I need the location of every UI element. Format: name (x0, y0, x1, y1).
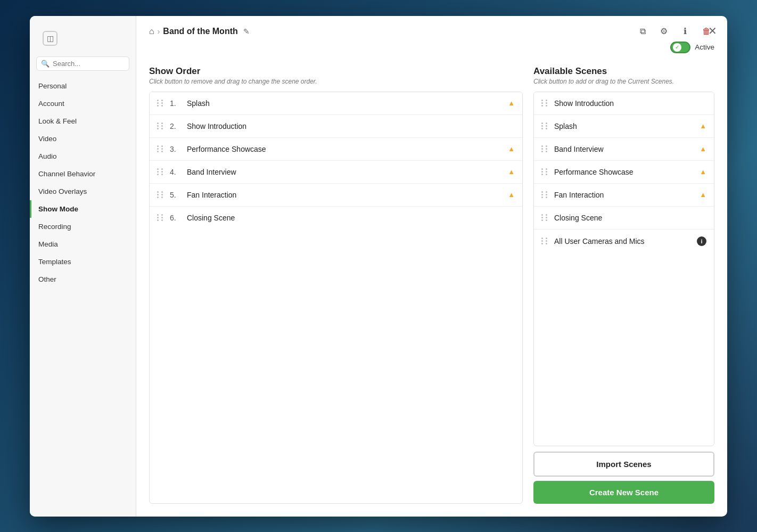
scene-number: 4. (170, 168, 182, 176)
available-scenes-subtitle: Click button to add or drag to the Curre… (533, 78, 714, 85)
copy-button[interactable]: ⧉ (635, 23, 651, 39)
scene-name: Splash (187, 99, 503, 108)
warning-icon: ▲ (508, 191, 515, 199)
available-scenes-column: Available Scenes Click button to add or … (533, 58, 714, 504)
drag-handle[interactable] (157, 145, 164, 152)
drag-handle[interactable] (541, 122, 549, 129)
warning-icon: ▲ (508, 145, 515, 153)
drag-handle[interactable] (157, 214, 164, 221)
sidebar-item-video-overlays[interactable]: Video Overlays (30, 183, 136, 200)
home-icon[interactable]: ⌂ (149, 27, 154, 36)
active-label: Active (695, 43, 714, 51)
table-row[interactable]: 5. Fan Interaction ▲ (150, 184, 522, 207)
available-scenes-list: Show Introduction Splash ▲ (533, 92, 714, 446)
available-scene-name: Fan Interaction (554, 191, 694, 199)
breadcrumb-title: Band of the Month (163, 27, 237, 36)
list-item[interactable]: Fan Interaction ▲ (534, 184, 714, 207)
breadcrumb: ⌂ › Band of the Month ✎ (149, 27, 250, 36)
toggle-switch[interactable] (670, 42, 690, 53)
table-row[interactable]: 1. Splash ▲ (150, 92, 522, 115)
sidebar-item-recording[interactable]: Recording (30, 218, 136, 235)
drag-handle[interactable] (157, 168, 164, 175)
settings-modal: ✕ ◫ 🔍 Personal Account Look & Feel (30, 16, 727, 517)
sidebar-item-show-mode[interactable]: Show Mode (30, 200, 136, 218)
list-item[interactable]: Show Introduction (534, 92, 714, 115)
warning-icon: ▲ (508, 168, 515, 176)
available-scene-name: Performance Showcase (554, 168, 694, 176)
drag-handle[interactable] (541, 145, 549, 152)
edit-icon[interactable]: ✎ (243, 27, 250, 36)
search-bar[interactable]: 🔍 (36, 56, 129, 71)
table-row[interactable]: 6. Closing Scene (150, 207, 522, 229)
scene-number: 5. (170, 191, 182, 199)
scene-name: Closing Scene (187, 214, 515, 222)
scene-number: 6. (170, 214, 182, 222)
sidebar-item-audio[interactable]: Audio (30, 148, 136, 165)
search-input[interactable] (53, 60, 125, 68)
sidebar-item-other[interactable]: Other (30, 271, 136, 288)
modal-overlay: ✕ ◫ 🔍 Personal Account Look & Feel (0, 0, 757, 532)
sidebar-item-media[interactable]: Media (30, 235, 136, 253)
scene-name: Band Interview (187, 168, 503, 176)
settings-button[interactable]: ⚙ (656, 23, 672, 39)
search-icon: 🔍 (41, 60, 50, 68)
drag-handle[interactable] (157, 122, 164, 129)
table-row[interactable]: 3. Performance Showcase ▲ (150, 138, 522, 161)
scene-number: 2. (170, 122, 182, 130)
warning-icon: ▲ (700, 122, 706, 130)
list-item[interactable]: Band Interview ▲ (534, 138, 714, 161)
columns: Show Order Click button to remove and dr… (136, 58, 727, 517)
drag-handle[interactable] (157, 100, 164, 107)
copy-icon: ⧉ (640, 27, 646, 36)
drag-handle[interactable] (157, 191, 164, 198)
gear-icon: ⚙ (660, 26, 668, 36)
available-scene-name: All User Cameras and Mics (554, 237, 692, 245)
scene-name: Performance Showcase (187, 145, 503, 153)
breadcrumb-separator: › (158, 27, 160, 36)
import-scenes-button[interactable]: Import Scenes (533, 452, 714, 477)
warning-icon: ▲ (508, 99, 515, 107)
available-scene-name: Closing Scene (554, 214, 706, 222)
main-content: ⌂ › Band of the Month ✎ ⧉ ⚙ ℹ (136, 16, 727, 517)
sidebar-item-look-feel[interactable]: Look & Feel (30, 112, 136, 130)
sidebar-item-video[interactable]: Video (30, 130, 136, 148)
warning-icon: ▲ (700, 145, 706, 153)
sidebar-item-personal[interactable]: Personal (30, 77, 136, 95)
drag-handle[interactable] (541, 100, 549, 107)
sidebar-logo: ◫ (43, 31, 57, 46)
available-scene-name: Splash (554, 122, 694, 130)
list-item[interactable]: Closing Scene (534, 207, 714, 230)
active-toggle[interactable]: Active (670, 42, 714, 53)
warning-icon: ▲ (700, 168, 706, 176)
warning-icon: ▲ (700, 191, 706, 199)
top-actions: ⧉ ⚙ ℹ 🗑 (635, 23, 714, 39)
table-row[interactable]: 4. Band Interview ▲ (150, 161, 522, 184)
top-header-row: ⌂ › Band of the Month ✎ ⧉ ⚙ ℹ (136, 16, 727, 39)
active-row: Active (136, 39, 727, 58)
available-scenes-title: Available Scenes (533, 66, 714, 77)
scene-name: Show Introduction (187, 122, 515, 130)
sidebar-item-templates[interactable]: Templates (30, 253, 136, 271)
drag-handle[interactable] (541, 168, 549, 175)
show-order-column: Show Order Click button to remove and dr… (149, 58, 533, 504)
info-button[interactable]: ℹ (677, 23, 693, 39)
info-icon[interactable]: i (697, 236, 706, 246)
drag-handle[interactable] (541, 191, 549, 198)
sidebar-item-account[interactable]: Account (30, 95, 136, 112)
available-scene-name: Band Interview (554, 145, 694, 153)
available-scene-name: Show Introduction (554, 99, 706, 108)
show-order-subtitle: Click button to remove and drag to chang… (149, 78, 523, 85)
list-item[interactable]: Performance Showcase ▲ (534, 161, 714, 184)
show-order-list: 1. Splash ▲ 2. Show Introduction (149, 92, 523, 504)
show-order-title: Show Order (149, 66, 523, 77)
scene-number: 3. (170, 145, 182, 153)
sidebar-item-channel-behavior[interactable]: Channel Behavior (30, 165, 136, 183)
drag-handle[interactable] (541, 214, 549, 221)
sidebar: ◫ 🔍 Personal Account Look & Feel Video A… (30, 16, 136, 517)
list-item[interactable]: Splash ▲ (534, 115, 714, 138)
close-button[interactable]: ✕ (705, 23, 720, 38)
list-item[interactable]: All User Cameras and Mics i (534, 230, 714, 253)
create-new-scene-button[interactable]: Create New Scene (533, 481, 714, 504)
table-row[interactable]: 2. Show Introduction (150, 115, 522, 138)
drag-handle[interactable] (541, 238, 549, 244)
